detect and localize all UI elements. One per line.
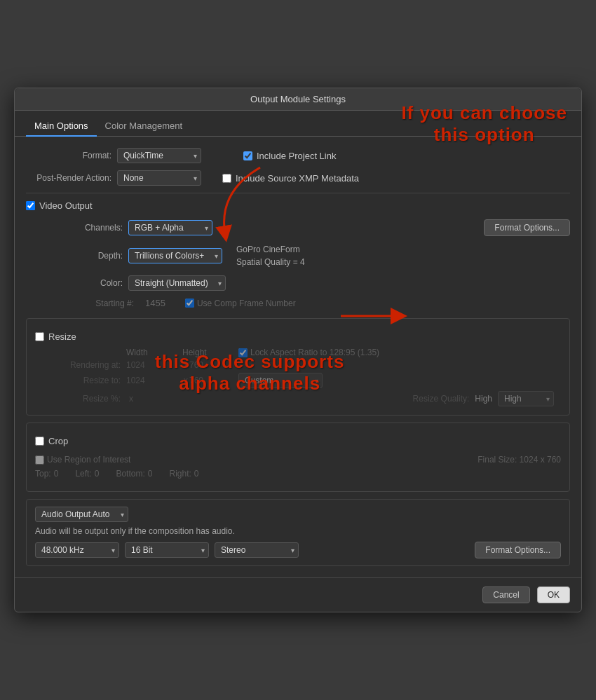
cancel-button[interactable]: Cancel: [482, 586, 529, 603]
video-output-header: Video Output: [26, 200, 570, 211]
channels-select[interactable]: RGB + Alpha: [128, 220, 212, 235]
audio-output-select[interactable]: Audio Output Auto: [35, 507, 128, 522]
height-header: Height: [182, 348, 238, 357]
depth-label: Depth:: [37, 251, 128, 261]
resize-pct-x: x: [129, 394, 133, 404]
crop-fields: Use Region of Interest Final Size: 1024 …: [35, 452, 561, 486]
post-render-label: Post-Render Action:: [26, 173, 117, 183]
audio-controls-row: 48.000 kHz 16 Bit Stereo Format Options.…: [35, 542, 561, 558]
include-source-xmp-input[interactable]: [222, 174, 231, 183]
use-roi-checkbox[interactable]: Use Region of Interest: [35, 455, 130, 465]
crop-bottom-value: 0: [148, 469, 153, 479]
use-comp-frame-input[interactable]: [185, 298, 194, 308]
use-comp-frame-label: Use Comp Frame Number: [197, 298, 296, 308]
audio-sample-rate-wrapper[interactable]: 48.000 kHz: [35, 542, 119, 558]
include-source-xmp-checkbox[interactable]: Include Source XMP Metadata: [222, 173, 359, 184]
rendering-at-label: Rendering at:: [35, 360, 126, 370]
tab-color-management[interactable]: Color Management: [97, 116, 191, 137]
post-render-row: Post-Render Action: None Include Source …: [26, 170, 570, 186]
audio-format-options-button[interactable]: Format Options...: [475, 542, 561, 558]
resize-label: Resize: [48, 331, 76, 342]
crop-header: Crop: [35, 436, 561, 446]
video-output-label: Video Output: [39, 200, 93, 211]
dialog-footer: Cancel OK: [15, 577, 581, 612]
format-options-button-channels[interactable]: Format Options...: [484, 219, 570, 236]
crop-top-value: 0: [54, 469, 59, 479]
audio-section: Audio Output Auto Audio will be output o…: [26, 499, 570, 566]
resize-quality-select[interactable]: High Low Medium: [498, 391, 554, 406]
include-source-xmp-label: Include Source XMP Metadata: [236, 173, 359, 184]
crop-top-label: Top:: [35, 469, 51, 479]
channels-label: Channels:: [37, 223, 128, 233]
audio-bit-depth-wrapper[interactable]: 16 Bit: [125, 542, 209, 558]
resize-quality-value: High: [475, 394, 492, 404]
include-project-link-input[interactable]: [243, 151, 252, 160]
audio-output-row: Audio Output Auto: [35, 507, 561, 522]
resize-preset-wrapper[interactable]: Custom: [238, 373, 323, 388]
audio-bit-depth-select[interactable]: 16 Bit: [125, 542, 209, 558]
use-comp-frame-checkbox[interactable]: Use Comp Frame Number: [185, 298, 296, 308]
resize-preset-select[interactable]: Custom: [238, 373, 323, 388]
include-project-link-checkbox[interactable]: Include Project Link: [243, 151, 336, 161]
format-row: Format: QuickTime Include Project Link: [26, 148, 570, 163]
separator-1: [26, 193, 570, 193]
starting-label: Starting #:: [48, 298, 140, 308]
ok-button[interactable]: OK: [537, 586, 570, 603]
channels-row: Channels: RGB + Alpha Format Options...: [37, 219, 570, 236]
dialog-title: Output Module Settings: [15, 88, 581, 111]
gopro-info: GoPro CineForm Spatial Quality = 4: [236, 243, 305, 268]
video-output-checkbox[interactable]: [26, 201, 35, 210]
crop-checkbox[interactable]: [35, 437, 44, 446]
color-select[interactable]: Straight (Unmatted): [128, 275, 226, 291]
crop-label: Crop: [48, 436, 68, 446]
tab-main-options[interactable]: Main Options: [26, 116, 97, 137]
crop-left-field: Left: 0: [75, 469, 99, 479]
audio-channels-wrapper[interactable]: Stereo: [215, 542, 299, 558]
resize-section: Resize Width Height Lock Aspect Ratio to…: [26, 318, 570, 416]
depth-select[interactable]: Trillions of Colors+: [128, 248, 222, 263]
audio-output-select-wrapper[interactable]: Audio Output Auto: [35, 507, 128, 522]
channels-select-wrapper[interactable]: RGB + Alpha: [128, 220, 212, 235]
crop-top-field: Top: 0: [35, 469, 58, 479]
format-select-wrapper[interactable]: QuickTime: [117, 148, 201, 163]
crop-right-value: 0: [194, 469, 199, 479]
crop-section: Crop Use Region of Interest Final Size: …: [26, 423, 570, 492]
lock-aspect-input[interactable]: [238, 348, 248, 357]
rendering-x: x: [184, 360, 188, 370]
starting-row: Starting #: 1455 Use Comp Frame Number: [48, 298, 570, 308]
video-output-section: Channels: RGB + Alpha Format Options... …: [26, 217, 570, 318]
lock-aspect-label: Lock Aspect Ratio to 128:95 (1.35): [250, 348, 379, 357]
depth-row: Depth: Trillions of Colors+ GoPro CineFo…: [37, 243, 570, 268]
resize-pct-label: Resize %:: [35, 394, 126, 404]
depth-select-wrapper[interactable]: Trillions of Colors+: [128, 248, 222, 263]
main-content: Format: QuickTime Include Project Link P…: [15, 137, 581, 577]
crop-bottom-label: Bottom:: [116, 469, 144, 479]
post-render-select[interactable]: None: [117, 170, 201, 186]
crop-left-value: 0: [95, 469, 100, 479]
rendering-height: 760: [189, 360, 231, 370]
crop-left-label: Left:: [75, 469, 91, 479]
post-render-select-wrapper[interactable]: None: [117, 170, 201, 186]
crop-right-field: Right: 0: [169, 469, 198, 479]
audio-sample-rate-select[interactable]: 48.000 kHz: [35, 542, 119, 558]
crop-right-label: Right:: [169, 469, 191, 479]
resize-to-height: 760: [189, 376, 231, 385]
color-select-wrapper[interactable]: Straight (Unmatted): [128, 275, 226, 291]
resize-checkbox[interactable]: [35, 332, 44, 341]
audio-channels-select[interactable]: Stereo: [215, 542, 299, 558]
width-header: Width: [126, 348, 182, 357]
format-label: Format:: [26, 151, 117, 160]
starting-value: 1455: [145, 298, 165, 308]
tabs-bar: Main Options Color Management: [15, 111, 581, 137]
use-roi-input[interactable]: [35, 455, 44, 465]
audio-note: Audio will be output only if the composi…: [35, 526, 561, 536]
resize-to-width: 1024: [126, 376, 182, 385]
resize-fields: Width Height Lock Aspect Ratio to 128:95…: [35, 348, 561, 406]
format-select[interactable]: QuickTime: [117, 148, 201, 163]
lock-aspect-checkbox[interactable]: Lock Aspect Ratio to 128:95 (1.35): [238, 348, 379, 357]
color-row: Color: Straight (Unmatted): [37, 275, 570, 291]
use-roi-label: Use Region of Interest: [47, 455, 130, 465]
include-project-link-label: Include Project Link: [257, 151, 336, 161]
resize-quality-select-wrapper[interactable]: High Low Medium: [498, 391, 554, 406]
output-module-dialog: Output Module Settings Main Options Colo…: [14, 88, 582, 612]
